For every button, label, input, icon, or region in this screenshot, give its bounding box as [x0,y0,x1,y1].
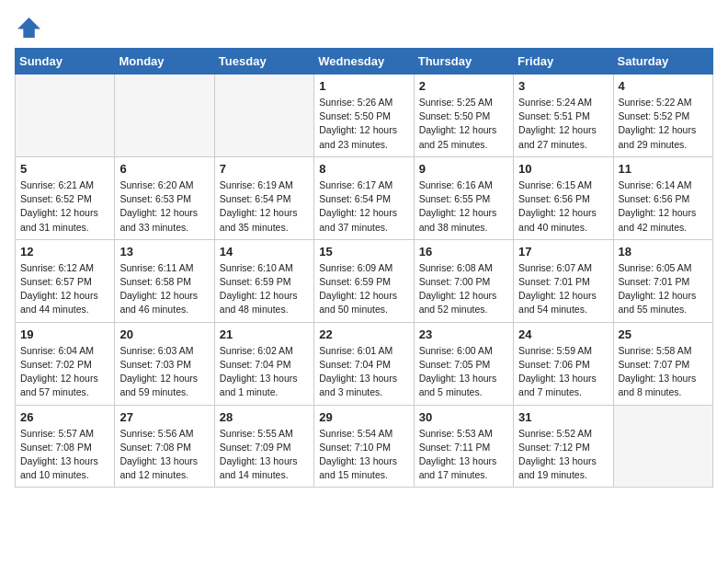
day-detail: Sunrise: 6:12 AM Sunset: 6:57 PM Dayligh… [20,261,109,317]
day-number: 16 [419,245,508,259]
calendar-cell: 17Sunrise: 6:07 AM Sunset: 7:01 PM Dayli… [514,239,613,322]
svg-marker-0 [17,17,40,38]
day-detail: Sunrise: 5:59 AM Sunset: 7:06 PM Dayligh… [518,344,608,400]
day-number: 11 [619,162,708,176]
day-detail: Sunrise: 5:57 AM Sunset: 7:08 PM Dayligh… [20,427,109,483]
calendar-cell: 21Sunrise: 6:02 AM Sunset: 7:04 PM Dayli… [214,322,313,405]
calendar-cell: 5Sunrise: 6:21 AM Sunset: 6:52 PM Daylig… [16,156,115,239]
day-number: 13 [119,245,209,259]
day-detail: Sunrise: 6:21 AM Sunset: 6:52 PM Dayligh… [20,178,109,235]
day-detail: Sunrise: 6:20 AM Sunset: 6:53 PM Dayligh… [119,178,209,235]
day-number: 27 [119,410,209,424]
day-detail: Sunrise: 5:25 AM Sunset: 5:50 PM Dayligh… [419,96,508,152]
calendar-cell: 11Sunrise: 6:14 AM Sunset: 6:56 PM Dayli… [613,156,712,239]
day-number: 24 [518,327,608,341]
header-row: SundayMondayTuesdayWednesdayThursdayFrid… [16,49,713,75]
calendar-cell: 23Sunrise: 6:00 AM Sunset: 7:05 PM Dayli… [414,322,513,405]
calendar-cell: 2Sunrise: 5:25 AM Sunset: 5:50 PM Daylig… [414,75,513,157]
day-number: 31 [518,410,608,424]
calendar-cell: 13Sunrise: 6:11 AM Sunset: 6:58 PM Dayli… [115,239,214,322]
day-detail: Sunrise: 6:02 AM Sunset: 7:04 PM Dayligh… [220,344,309,400]
day-number: 18 [619,245,708,259]
calendar-cell: 1Sunrise: 5:26 AM Sunset: 5:50 PM Daylig… [314,75,414,157]
calendar-table: SundayMondayTuesdayWednesdayThursdayFrid… [15,48,713,488]
day-detail: Sunrise: 6:08 AM Sunset: 7:00 PM Dayligh… [419,261,508,317]
week-row-3: 19Sunrise: 6:04 AM Sunset: 7:02 PM Dayli… [16,322,713,405]
day-number: 1 [319,79,408,93]
day-detail: Sunrise: 6:00 AM Sunset: 7:05 PM Dayligh… [419,344,508,400]
calendar-cell: 20Sunrise: 6:03 AM Sunset: 7:03 PM Dayli… [115,322,214,405]
calendar-cell: 7Sunrise: 6:19 AM Sunset: 6:54 PM Daylig… [214,156,313,239]
header-thursday: Thursday [414,49,513,75]
header-wednesday: Wednesday [314,49,414,75]
day-detail: Sunrise: 6:03 AM Sunset: 7:03 PM Dayligh… [119,344,209,400]
calendar-cell: 4Sunrise: 5:22 AM Sunset: 5:52 PM Daylig… [613,75,712,157]
calendar-cell: 30Sunrise: 5:53 AM Sunset: 7:11 PM Dayli… [414,405,513,488]
calendar-cell: 31Sunrise: 5:52 AM Sunset: 7:12 PM Dayli… [514,405,613,488]
day-detail: Sunrise: 5:53 AM Sunset: 7:11 PM Dayligh… [419,427,508,483]
calendar-cell [214,75,313,157]
day-detail: Sunrise: 5:54 AM Sunset: 7:10 PM Dayligh… [319,427,408,483]
page-header [15,15,713,40]
day-detail: Sunrise: 5:56 AM Sunset: 7:08 PM Dayligh… [119,427,209,483]
header-sunday: Sunday [16,49,115,75]
day-detail: Sunrise: 5:22 AM Sunset: 5:52 PM Dayligh… [619,96,708,152]
day-number: 3 [518,79,608,93]
calendar-cell: 22Sunrise: 6:01 AM Sunset: 7:04 PM Dayli… [314,322,414,405]
day-number: 21 [220,327,309,341]
day-detail: Sunrise: 6:04 AM Sunset: 7:02 PM Dayligh… [20,344,109,400]
day-number: 2 [419,79,508,93]
day-detail: Sunrise: 5:52 AM Sunset: 7:12 PM Dayligh… [518,427,608,483]
day-detail: Sunrise: 6:16 AM Sunset: 6:55 PM Dayligh… [419,178,508,235]
week-row-2: 12Sunrise: 6:12 AM Sunset: 6:57 PM Dayli… [16,239,713,322]
day-number: 22 [319,327,408,341]
day-detail: Sunrise: 6:07 AM Sunset: 7:01 PM Dayligh… [518,261,608,317]
calendar-cell: 24Sunrise: 5:59 AM Sunset: 7:06 PM Dayli… [514,322,613,405]
day-number: 4 [619,79,708,93]
logo [15,15,44,40]
day-detail: Sunrise: 6:14 AM Sunset: 6:56 PM Dayligh… [619,178,708,235]
logo-icon [15,15,40,40]
calendar-cell: 9Sunrise: 6:16 AM Sunset: 6:55 PM Daylig… [414,156,513,239]
day-number: 25 [619,327,708,341]
day-number: 15 [319,245,408,259]
day-number: 10 [518,162,608,176]
calendar-cell: 8Sunrise: 6:17 AM Sunset: 6:54 PM Daylig… [314,156,414,239]
day-number: 17 [518,245,608,259]
day-number: 30 [419,410,508,424]
week-row-4: 26Sunrise: 5:57 AM Sunset: 7:08 PM Dayli… [16,405,713,488]
day-number: 23 [419,327,508,341]
header-tuesday: Tuesday [214,49,313,75]
day-detail: Sunrise: 6:01 AM Sunset: 7:04 PM Dayligh… [319,344,408,400]
calendar-cell: 26Sunrise: 5:57 AM Sunset: 7:08 PM Dayli… [16,405,115,488]
calendar-cell: 27Sunrise: 5:56 AM Sunset: 7:08 PM Dayli… [115,405,214,488]
calendar-cell: 10Sunrise: 6:15 AM Sunset: 6:56 PM Dayli… [514,156,613,239]
day-number: 14 [220,245,309,259]
calendar-cell: 14Sunrise: 6:10 AM Sunset: 6:59 PM Dayli… [214,239,313,322]
day-detail: Sunrise: 5:26 AM Sunset: 5:50 PM Dayligh… [319,96,408,152]
calendar-cell: 3Sunrise: 5:24 AM Sunset: 5:51 PM Daylig… [514,75,613,157]
calendar-cell [115,75,214,157]
day-number: 5 [20,162,109,176]
calendar-cell: 19Sunrise: 6:04 AM Sunset: 7:02 PM Dayli… [16,322,115,405]
calendar-cell: 12Sunrise: 6:12 AM Sunset: 6:57 PM Dayli… [16,239,115,322]
day-detail: Sunrise: 5:24 AM Sunset: 5:51 PM Dayligh… [518,96,608,152]
day-number: 7 [220,162,309,176]
day-number: 6 [119,162,209,176]
day-number: 28 [220,410,309,424]
day-number: 29 [319,410,408,424]
calendar-cell [613,405,712,488]
week-row-0: 1Sunrise: 5:26 AM Sunset: 5:50 PM Daylig… [16,75,713,157]
day-detail: Sunrise: 5:55 AM Sunset: 7:09 PM Dayligh… [220,427,309,483]
calendar-cell [16,75,115,157]
calendar-cell: 18Sunrise: 6:05 AM Sunset: 7:01 PM Dayli… [613,239,712,322]
day-number: 19 [20,327,109,341]
day-number: 20 [119,327,209,341]
calendar-cell: 6Sunrise: 6:20 AM Sunset: 6:53 PM Daylig… [115,156,214,239]
calendar-cell: 25Sunrise: 5:58 AM Sunset: 7:07 PM Dayli… [613,322,712,405]
day-number: 12 [20,245,109,259]
day-number: 9 [419,162,508,176]
day-detail: Sunrise: 6:17 AM Sunset: 6:54 PM Dayligh… [319,178,408,235]
day-detail: Sunrise: 6:15 AM Sunset: 6:56 PM Dayligh… [518,178,608,235]
week-row-1: 5Sunrise: 6:21 AM Sunset: 6:52 PM Daylig… [16,156,713,239]
